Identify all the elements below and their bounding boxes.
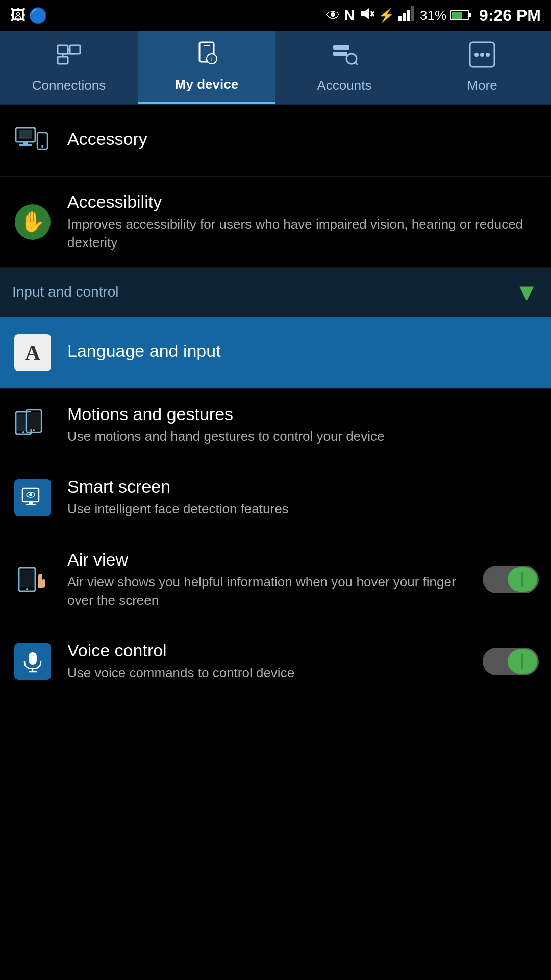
- my-device-icon: +: [193, 40, 220, 72]
- svg-rect-33: [19, 144, 32, 146]
- bluetooth-icon: ⚡: [378, 8, 394, 23]
- air-view-subtitle: Air view shows you helpful information w…: [67, 573, 483, 610]
- svg-rect-11: [70, 45, 80, 54]
- section-header-label: Input and control: [12, 284, 504, 300]
- voice-control-toggle[interactable]: [483, 648, 539, 675]
- language-input-title: Language and input: [67, 341, 539, 361]
- accessibility-title: Accessibility: [67, 192, 539, 212]
- svg-rect-31: [19, 130, 32, 139]
- svg-rect-4: [403, 13, 406, 21]
- nfc-icon: N: [344, 7, 355, 23]
- tab-more-label: More: [467, 78, 497, 93]
- status-time: 9:26 PM: [479, 6, 541, 25]
- air-view-content: Air view Air view shows you helpful info…: [67, 550, 483, 610]
- more-icon: [469, 41, 495, 74]
- svg-point-45: [29, 493, 32, 496]
- motions-gestures-title: Motions and gestures: [67, 404, 539, 424]
- air-view-title: Air view: [67, 550, 483, 570]
- settings-item-smart-screen[interactable]: Smart screen Use intelligent face detect…: [0, 461, 551, 534]
- air-view-toggle[interactable]: [483, 566, 539, 593]
- svg-marker-0: [361, 8, 369, 19]
- connections-icon: [56, 41, 82, 74]
- photo-icon: 🖼: [10, 7, 26, 24]
- svg-rect-12: [58, 57, 68, 64]
- voice-control-toggle-thumb: [508, 649, 537, 674]
- smart-screen-content: Smart screen Use intelligent face detect…: [67, 477, 539, 518]
- status-icons: 👁 N ⚡ 31% 9:26 P: [326, 6, 541, 25]
- tab-my-device[interactable]: + My device: [138, 31, 276, 104]
- svg-rect-23: [333, 52, 347, 56]
- section-header-content: Input and control: [12, 284, 504, 300]
- settings-item-accessibility[interactable]: ✋ Accessibility Improves accessibility f…: [0, 177, 551, 268]
- battery-percentage: 31%: [420, 8, 446, 23]
- svg-rect-32: [23, 142, 28, 144]
- language-letter-icon: A: [14, 334, 51, 371]
- voice-control-icon-wrapper: [12, 641, 53, 682]
- tab-bar: Connections + My device Accounts: [0, 31, 551, 105]
- svg-rect-6: [411, 6, 414, 21]
- svg-point-27: [474, 53, 479, 57]
- air-view-toggle-thumb: [508, 567, 537, 592]
- motions-icon-wrapper: [12, 404, 53, 445]
- signal-icon: [398, 6, 416, 25]
- svg-point-35: [41, 145, 43, 148]
- malwarebytes-icon: 🔵: [29, 7, 47, 24]
- accessibility-content: Accessibility Improves accessibility for…: [67, 192, 539, 252]
- voice-control-title: Voice control: [67, 641, 483, 660]
- section-header-input-control: Input and control ▼: [0, 268, 551, 317]
- motions-gestures-content: Motions and gestures Use motions and han…: [67, 404, 539, 446]
- voice-control-icon: [14, 643, 51, 680]
- battery-icon: [450, 10, 471, 21]
- svg-rect-5: [407, 10, 410, 21]
- svg-point-29: [486, 53, 490, 57]
- accessory-content: Accessory: [67, 129, 539, 152]
- air-view-icon-wrapper: [12, 559, 53, 600]
- svg-point-50: [26, 588, 28, 590]
- smart-screen-subtitle: Use intelligent face detection features: [67, 500, 539, 518]
- svg-rect-46: [29, 502, 33, 504]
- svg-rect-49: [20, 570, 34, 587]
- language-icon-wrapper: A: [12, 332, 53, 373]
- language-input-content: Language and input: [67, 341, 539, 364]
- eye-icon: 👁: [326, 7, 340, 24]
- svg-point-41: [33, 429, 35, 431]
- mute-icon: [359, 6, 374, 25]
- settings-item-voice-control[interactable]: Voice control Use voice commands to cont…: [0, 625, 551, 698]
- tab-my-device-label: My device: [175, 77, 238, 92]
- tab-accounts-label: Accounts: [317, 78, 372, 93]
- svg-rect-51: [29, 652, 37, 665]
- svg-text:+: +: [210, 56, 213, 63]
- svg-rect-3: [398, 16, 402, 21]
- hand-icon: ✋: [15, 204, 51, 240]
- smart-screen-title: Smart screen: [67, 477, 539, 497]
- smart-screen-icon: [14, 479, 51, 516]
- svg-rect-40: [28, 412, 40, 429]
- tab-connections[interactable]: Connections: [0, 31, 138, 104]
- svg-rect-22: [333, 45, 349, 50]
- accessibility-icon-wrapper: ✋: [12, 202, 53, 242]
- settings-item-accessory[interactable]: Accessory: [0, 105, 551, 177]
- motions-gestures-subtitle: Use motions and hand gestures to control…: [67, 427, 539, 446]
- svg-point-28: [480, 53, 484, 57]
- svg-rect-10: [58, 45, 68, 54]
- scroll-arrow-icon: ▼: [514, 278, 539, 306]
- settings-list: Accessory ✋ Accessibility Improves acces…: [0, 105, 551, 698]
- status-bar: 🖼 🔵 👁 N ⚡ 31%: [0, 0, 551, 31]
- tab-more[interactable]: More: [413, 31, 551, 104]
- accessory-title: Accessory: [67, 129, 539, 149]
- settings-item-language-input[interactable]: A Language and input: [0, 317, 551, 389]
- svg-line-25: [355, 62, 358, 65]
- voice-control-content: Voice control Use voice commands to cont…: [67, 641, 483, 682]
- accounts-icon: [331, 41, 358, 74]
- tab-accounts[interactable]: Accounts: [276, 31, 413, 104]
- settings-item-motions-gestures[interactable]: Motions and gestures Use motions and han…: [0, 389, 551, 461]
- svg-rect-8: [469, 13, 471, 17]
- tab-connections-label: Connections: [32, 78, 106, 93]
- svg-rect-9: [452, 12, 462, 19]
- voice-control-subtitle: Use voice commands to control device: [67, 664, 483, 682]
- svg-point-38: [22, 431, 24, 433]
- settings-item-air-view[interactable]: Air view Air view shows you helpful info…: [0, 534, 551, 626]
- notification-icons: 🖼 🔵: [10, 7, 47, 24]
- svg-rect-47: [26, 504, 36, 505]
- accessory-icon: [12, 120, 53, 161]
